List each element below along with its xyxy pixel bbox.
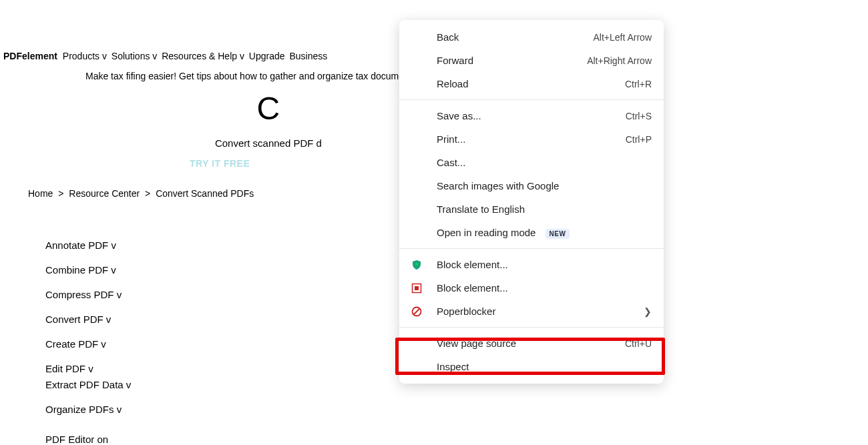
svg-line-4 — [414, 308, 420, 314]
menu-reload-accel: Ctrl+R — [625, 79, 652, 89]
subtitle-fragment-left: Convert scanned PDF d — [215, 137, 322, 149]
sidebar-item-organize[interactable]: Organize PDFs v — [45, 404, 131, 414]
top-nav: PDFelement Products v Solutions v Resour… — [3, 51, 329, 61]
nav-solutions[interactable]: Solutions v — [112, 51, 157, 61]
no-entry-icon — [411, 306, 422, 317]
menu-search-images[interactable]: Search images with Google — [399, 174, 664, 197]
shield-icon — [411, 260, 422, 270]
menu-separator — [399, 327, 664, 328]
menu-forward[interactable]: Forward Alt+Right Arrow — [399, 49, 664, 72]
menu-view-source-label: View page source — [437, 338, 625, 349]
nav-upgrade[interactable]: Upgrade — [249, 51, 285, 61]
menu-reload[interactable]: Reload Ctrl+R — [399, 72, 664, 95]
context-menu: Back Alt+Left Arrow Forward Alt+Right Ar… — [399, 20, 664, 384]
menu-print-accel: Ctrl+P — [626, 134, 652, 145]
nav-business[interactable]: Business — [289, 51, 327, 61]
menu-inspect[interactable]: Inspect — [399, 355, 664, 378]
new-badge: NEW — [546, 229, 570, 239]
menu-back[interactable]: Back Alt+Left Arrow — [399, 25, 664, 49]
breadcrumb-home[interactable]: Home — [28, 188, 53, 199]
menu-separator — [399, 99, 664, 100]
nav-resources[interactable]: Resources & Help v — [162, 51, 244, 61]
chevron-right-icon: ❯ — [644, 306, 652, 317]
block-square-icon — [411, 283, 422, 294]
breadcrumb-sep: > — [145, 188, 150, 199]
sidebar-item-combine[interactable]: Combine PDF v — [45, 265, 131, 275]
menu-block-element-1[interactable]: Block element... — [399, 253, 664, 276]
menu-forward-label: Forward — [437, 55, 587, 66]
menu-save-as-label: Save as... — [437, 110, 626, 121]
sidebar-item-edit[interactable]: Edit PDF v — [45, 364, 131, 374]
menu-block-element-1-label: Block element... — [437, 259, 652, 270]
menu-forward-accel: Alt+Right Arrow — [587, 55, 652, 66]
sidebar-item-annotate[interactable]: Annotate PDF v — [45, 240, 131, 250]
menu-back-accel: Alt+Left Arrow — [593, 32, 652, 43]
sidebar-item-convert[interactable]: Convert PDF v — [45, 314, 131, 324]
menu-reading-mode[interactable]: Open in reading mode NEW — [399, 221, 664, 244]
menu-poperblocker-label: Poperblocker — [437, 306, 644, 317]
breadcrumb-current: Convert Scanned PDFs — [156, 188, 254, 199]
menu-save-as[interactable]: Save as... Ctrl+S — [399, 104, 664, 127]
sidebar-item-editor-on[interactable]: PDF Editor on — [45, 434, 131, 444]
title-fragment-left: C — [257, 91, 280, 126]
breadcrumb-resource-center[interactable]: Resource Center — [69, 188, 140, 199]
menu-separator — [399, 248, 664, 249]
menu-block-element-2[interactable]: Block element... — [399, 276, 664, 300]
menu-poperblocker[interactable]: Poperblocker ❯ — [399, 300, 664, 323]
menu-back-label: Back — [437, 31, 593, 43]
try-free-button[interactable]: TRY IT FREE — [190, 158, 250, 169]
menu-reading-mode-label: Open in reading mode NEW — [437, 227, 652, 238]
menu-view-source-accel: Ctrl+U — [625, 338, 652, 349]
menu-search-images-label: Search images with Google — [437, 180, 652, 191]
menu-block-element-2-label: Block element... — [437, 282, 652, 294]
menu-translate[interactable]: Translate to English — [399, 197, 664, 221]
menu-view-source[interactable]: View page source Ctrl+U — [399, 332, 664, 355]
sidebar-item-extract[interactable]: Extract PDF Data v — [45, 380, 131, 390]
sidebar-item-compress[interactable]: Compress PDF v — [45, 290, 131, 300]
menu-reload-label: Reload — [437, 78, 625, 89]
menu-save-as-accel: Ctrl+S — [626, 111, 652, 121]
svg-point-0 — [415, 263, 418, 266]
brand-logo[interactable]: PDFelement — [3, 51, 57, 61]
sidebar-item-create[interactable]: Create PDF v — [45, 339, 131, 349]
menu-print-label: Print... — [437, 133, 626, 145]
menu-inspect-label: Inspect — [437, 361, 652, 372]
menu-cast-label: Cast... — [437, 157, 652, 168]
menu-print[interactable]: Print... Ctrl+P — [399, 127, 664, 151]
svg-rect-2 — [415, 286, 419, 290]
menu-translate-label: Translate to English — [437, 203, 652, 215]
breadcrumb: Home > Resource Center > Convert Scanned… — [27, 188, 255, 199]
breadcrumb-sep: > — [58, 188, 63, 199]
menu-cast[interactable]: Cast... — [399, 151, 664, 174]
nav-products[interactable]: Products v — [63, 51, 107, 61]
sidebar-category-list: Annotate PDF v Combine PDF v Compress PD… — [45, 240, 131, 445]
